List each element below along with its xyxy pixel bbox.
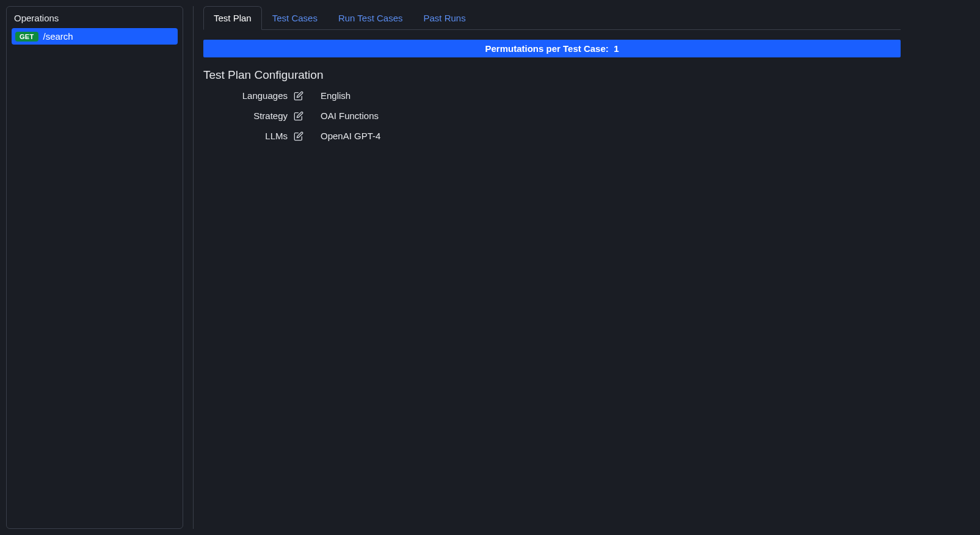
tab-test-plan[interactable]: Test Plan <box>203 6 262 30</box>
tab-run-test-cases[interactable]: Run Test Cases <box>328 6 413 29</box>
http-method-badge: GET <box>15 32 38 42</box>
config-row-languages: Languages English <box>203 90 901 101</box>
operation-path: /search <box>43 31 73 42</box>
edit-icon[interactable] <box>294 91 303 101</box>
sidebar-title: Operations <box>12 12 178 28</box>
config-label-wrap: Languages <box>203 90 307 101</box>
config-label: Strategy <box>253 111 288 121</box>
config-section-title: Test Plan Configuration <box>203 68 901 82</box>
tab-content: Permutations per Test Case: 1 Test Plan … <box>203 30 901 151</box>
tab-test-cases[interactable]: Test Cases <box>262 6 328 29</box>
config-label: Languages <box>242 90 288 101</box>
config-value: OAI Functions <box>307 111 379 121</box>
edit-icon[interactable] <box>294 131 303 141</box>
operation-item-search[interactable]: GET /search <box>12 28 178 45</box>
tab-past-runs[interactable]: Past Runs <box>413 6 476 29</box>
edit-icon[interactable] <box>294 111 303 121</box>
config-label: LLMs <box>265 131 288 141</box>
tab-bar: Test Plan Test Cases Run Test Cases Past… <box>203 6 901 30</box>
config-value: English <box>307 90 350 101</box>
vertical-divider <box>193 6 194 529</box>
config-value: OpenAI GPT-4 <box>307 131 380 141</box>
config-row-llms: LLMs OpenAI GPT-4 <box>203 131 901 141</box>
operations-sidebar: Operations GET /search <box>6 6 183 529</box>
config-label-wrap: Strategy <box>203 111 307 121</box>
permutations-banner: Permutations per Test Case: 1 <box>203 40 901 57</box>
permutations-label: Permutations per Test Case: <box>485 43 609 54</box>
config-row-strategy: Strategy OAI Functions <box>203 111 901 121</box>
main-content: Test Plan Test Cases Run Test Cases Past… <box>203 6 974 529</box>
config-label-wrap: LLMs <box>203 131 307 141</box>
permutations-value: 1 <box>614 43 619 54</box>
